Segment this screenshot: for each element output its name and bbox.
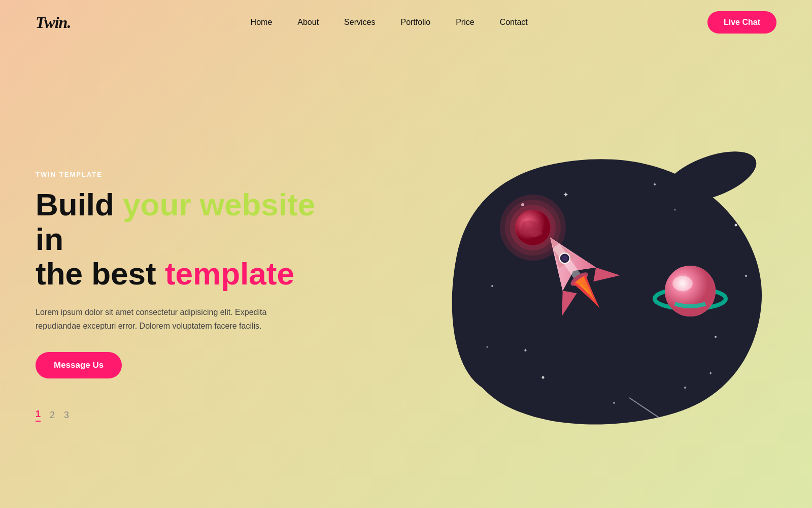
- navbar: Twin. Home About Services Portfolio Pric…: [0, 0, 812, 45]
- svg-point-4: [491, 285, 493, 287]
- nav-links: Home About Services Portfolio Price Cont…: [251, 18, 528, 27]
- title-part1: Build: [36, 187, 123, 222]
- svg-point-10: [745, 275, 747, 277]
- hero-description: Lorem ipsum dolor sit amet consectetur a…: [36, 305, 289, 333]
- nav-item-about[interactable]: About: [297, 18, 319, 27]
- svg-text:✦: ✦: [563, 190, 569, 199]
- nav-link-about[interactable]: About: [297, 18, 319, 26]
- nav-link-price[interactable]: Price: [456, 18, 474, 26]
- nav-link-contact[interactable]: Contact: [500, 18, 528, 26]
- nav-item-contact[interactable]: Contact: [500, 18, 528, 27]
- nav-item-services[interactable]: Services: [344, 18, 375, 27]
- nav-link-home[interactable]: Home: [251, 18, 273, 26]
- nav-link-services[interactable]: Services: [344, 18, 375, 26]
- hero-section: TWIN TEMPLATE Build your website in the …: [0, 45, 812, 507]
- page-3[interactable]: 3: [64, 410, 69, 421]
- svg-text:✦: ✦: [523, 347, 527, 353]
- logo[interactable]: Twin.: [36, 13, 71, 32]
- svg-point-23: [665, 266, 716, 316]
- hero-content: TWIN TEMPLATE Build your website in the …: [36, 161, 330, 422]
- nav-link-portfolio[interactable]: Portfolio: [400, 18, 430, 26]
- svg-text:✦: ✦: [708, 370, 713, 376]
- hero-title: Build your website in the best template: [36, 187, 330, 292]
- hero-illustration: ✦ ✦ ✦: [421, 129, 776, 454]
- nav-item-price[interactable]: Price: [456, 18, 474, 27]
- nav-item-portfolio[interactable]: Portfolio: [400, 18, 430, 27]
- svg-point-6: [684, 387, 686, 389]
- svg-point-2: [654, 183, 656, 185]
- title-part2: in: [36, 221, 63, 257]
- message-us-button[interactable]: Message Us: [36, 352, 122, 378]
- title-part3: the best: [36, 256, 165, 291]
- svg-point-3: [735, 224, 737, 227]
- blob-background: ✦ ✦ ✦: [442, 144, 766, 428]
- svg-point-8: [613, 402, 615, 404]
- svg-point-5: [715, 336, 717, 338]
- svg-point-7: [542, 376, 545, 379]
- nav-item-home[interactable]: Home: [251, 18, 273, 27]
- page-2[interactable]: 2: [50, 410, 55, 421]
- hero-tag: TWIN TEMPLATE: [36, 171, 330, 178]
- page-1[interactable]: 1: [36, 409, 41, 422]
- logo-text: Twin.: [36, 13, 71, 31]
- live-chat-button[interactable]: Live Chat: [707, 11, 776, 34]
- svg-point-11: [674, 209, 676, 211]
- svg-point-9: [487, 346, 488, 348]
- title-highlight2: template: [165, 256, 294, 291]
- pagination: 1 2 3: [36, 409, 330, 422]
- svg-point-24: [672, 276, 693, 291]
- title-highlight1: your website: [123, 187, 315, 222]
